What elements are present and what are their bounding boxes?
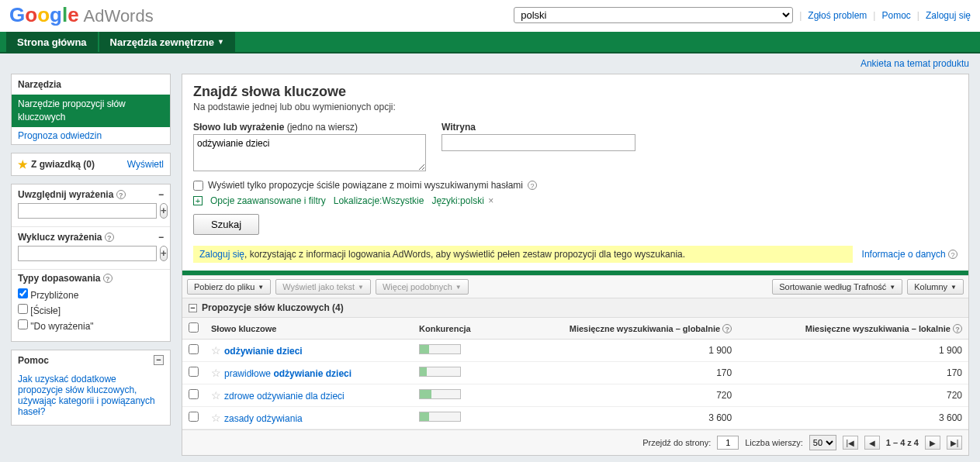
help-link[interactable]: Pomoc bbox=[881, 10, 910, 21]
match-types-label: Typy dopasowania bbox=[18, 273, 100, 284]
remove-chip-icon[interactable]: × bbox=[487, 195, 495, 206]
local-value: 720 bbox=[738, 384, 968, 407]
survey-link[interactable]: Ankieta na temat produktu bbox=[861, 58, 969, 69]
exclude-label: Wyklucz wyrażenia bbox=[18, 232, 102, 243]
chevron-down-icon: ▼ bbox=[258, 284, 264, 291]
table-row: ☆prawidłowe odżywianie dzieci170170 bbox=[182, 362, 968, 384]
first-page-button[interactable]: |◀ bbox=[843, 436, 858, 450]
help-icon[interactable]: ? bbox=[105, 233, 114, 242]
logo: Google AdWords bbox=[9, 3, 154, 27]
help-article-link[interactable]: Jak uzyskać dodatkowe propozycje słów kl… bbox=[18, 374, 155, 417]
star-icon[interactable]: ☆ bbox=[211, 389, 221, 402]
add-include-button[interactable]: + bbox=[160, 203, 168, 219]
col-keyword[interactable]: Słowo kluczowe bbox=[205, 318, 413, 340]
col-local[interactable]: Miesięczne wyszukiwania – lokalnie bbox=[805, 324, 951, 333]
help-icon[interactable]: ? bbox=[722, 324, 732, 333]
tools-panel: Narzędzia Narzędzie propozycji słów kluc… bbox=[11, 74, 171, 145]
login-link[interactable]: Zaloguj się bbox=[926, 10, 971, 21]
chevron-down-icon: ▼ bbox=[951, 284, 957, 291]
include-input[interactable] bbox=[18, 203, 157, 219]
help-icon[interactable]: ? bbox=[103, 274, 113, 283]
table-row: ☆odżywianie dzieci1 9001 900 bbox=[182, 340, 968, 362]
help-icon[interactable]: ? bbox=[953, 324, 962, 333]
col-competition[interactable]: Konkurencja bbox=[413, 318, 500, 340]
as-text-button[interactable]: Wyświetl jako tekst▼ bbox=[275, 279, 371, 295]
global-value: 720 bbox=[500, 384, 739, 407]
only-close-checkbox[interactable]: Wyświetl tylko propozycje ściśle powiąza… bbox=[193, 180, 957, 191]
tools-heading: Narzędzia bbox=[18, 79, 61, 90]
show-starred-link[interactable]: Wyświetl bbox=[127, 159, 164, 170]
match-phrase[interactable]: "Do wyrażenia" bbox=[18, 318, 164, 333]
data-info-link[interactable]: Informacje o danych bbox=[862, 249, 946, 260]
match-broad[interactable]: Przybliżone bbox=[18, 287, 164, 302]
local-value: 3 600 bbox=[738, 407, 968, 429]
include-label: Uwzględnij wyrażenia bbox=[18, 189, 113, 200]
tab-tools[interactable]: Narzędzia zewnętrzne▼ bbox=[99, 32, 235, 52]
col-global[interactable]: Miesięczne wyszukiwania – globalnie bbox=[570, 324, 720, 333]
select-all-checkbox[interactable] bbox=[189, 322, 199, 333]
local-value: 170 bbox=[738, 362, 968, 384]
sort-button[interactable]: Sortowanie według Trafność▼ bbox=[772, 279, 902, 295]
phrase-label: Słowo lub wyrażenie (jedno na wiersz) bbox=[193, 122, 426, 133]
row-checkbox[interactable] bbox=[189, 412, 199, 422]
collapse-icon[interactable]: − bbox=[154, 355, 164, 365]
keyword-link[interactable]: zdrowe odżywianie dla dzieci bbox=[224, 391, 345, 402]
login-notice: Zaloguj się, korzystając z informacji lo… bbox=[193, 246, 853, 263]
help-icon[interactable]: ? bbox=[528, 181, 537, 190]
row-checkbox[interactable] bbox=[189, 344, 199, 354]
match-exact[interactable]: [Ścisłe] bbox=[18, 302, 164, 318]
page-range: 1 – 4 z 4 bbox=[886, 438, 919, 447]
add-exclude-button[interactable]: + bbox=[160, 246, 168, 261]
language-select[interactable]: polski bbox=[514, 7, 793, 23]
tab-home[interactable]: Strona główna bbox=[6, 32, 98, 52]
language-chip[interactable]: Języki:polski bbox=[431, 195, 483, 206]
report-link[interactable]: Zgłoś problem bbox=[808, 10, 867, 21]
chevron-down-icon: ▼ bbox=[455, 284, 462, 291]
starred-label: Z gwiazdką (0) bbox=[31, 159, 95, 170]
notice-login-link[interactable]: Zaloguj się bbox=[199, 249, 244, 260]
keyword-link[interactable]: zasady odżywiania bbox=[224, 413, 303, 424]
row-checkbox[interactable] bbox=[189, 389, 199, 399]
product-name: AdWords bbox=[84, 6, 154, 26]
help-icon[interactable]: ? bbox=[948, 250, 957, 259]
exclude-input[interactable] bbox=[18, 246, 157, 261]
competition-bar bbox=[419, 344, 461, 354]
chevron-down-icon: ▼ bbox=[889, 284, 895, 291]
collapse-section-icon[interactable]: − bbox=[189, 304, 197, 312]
expand-icon[interactable]: + bbox=[193, 196, 203, 205]
table-row: ☆zdrowe odżywianie dla dzieci720720 bbox=[182, 384, 968, 407]
keyword-link[interactable]: odżywianie dzieci bbox=[224, 346, 303, 357]
help-icon[interactable]: ? bbox=[116, 190, 126, 199]
results-section-title: Propozycje słów kluczowych (4) bbox=[202, 302, 344, 313]
phrase-input[interactable]: odżywianie dzieci bbox=[193, 134, 426, 171]
star-icon[interactable]: ☆ bbox=[211, 367, 221, 379]
sidebar-item-keyword-tool[interactable]: Narzędzie propozycji słów kluczowych bbox=[12, 95, 170, 127]
star-icon[interactable]: ☆ bbox=[211, 412, 221, 424]
rows-label: Liczba wierszy: bbox=[745, 438, 803, 447]
advanced-filters-link[interactable]: Opcje zaawansowane i filtry bbox=[210, 195, 326, 206]
next-page-button[interactable]: ▶ bbox=[925, 436, 940, 450]
rows-select[interactable]: 50 bbox=[809, 435, 836, 450]
columns-button[interactable]: Kolumny▼ bbox=[907, 279, 964, 295]
collapse-icon[interactable]: − bbox=[158, 232, 164, 243]
more-like-button[interactable]: Więcej podobnych▼ bbox=[376, 279, 469, 295]
local-value: 1 900 bbox=[738, 340, 968, 362]
competition-bar bbox=[419, 389, 461, 399]
site-input[interactable] bbox=[442, 134, 635, 151]
search-button[interactable]: Szukaj bbox=[193, 214, 259, 235]
row-checkbox[interactable] bbox=[189, 367, 199, 377]
last-page-button[interactable]: ▶| bbox=[947, 436, 962, 450]
table-row: ☆zasady odżywiania3 6003 600 bbox=[182, 407, 968, 429]
keyword-link[interactable]: prawidłowe odżywianie dzieci bbox=[224, 368, 351, 379]
sidebar-item-traffic[interactable]: Prognoza odwiedzin bbox=[18, 130, 102, 141]
star-icon[interactable]: ☆ bbox=[211, 344, 221, 357]
global-value: 3 600 bbox=[500, 407, 739, 429]
page-input[interactable] bbox=[717, 436, 739, 450]
prev-page-button[interactable]: ◀ bbox=[864, 436, 880, 450]
global-value: 170 bbox=[500, 362, 739, 384]
location-chip[interactable]: Lokalizacje:Wszystkie bbox=[334, 195, 424, 206]
download-button[interactable]: Pobierz do pliku▼ bbox=[187, 279, 271, 295]
collapse-icon[interactable]: − bbox=[158, 189, 164, 200]
competition-bar bbox=[419, 367, 461, 377]
page-subtitle: Na podstawie jednej lub obu wymienionych… bbox=[193, 102, 957, 112]
